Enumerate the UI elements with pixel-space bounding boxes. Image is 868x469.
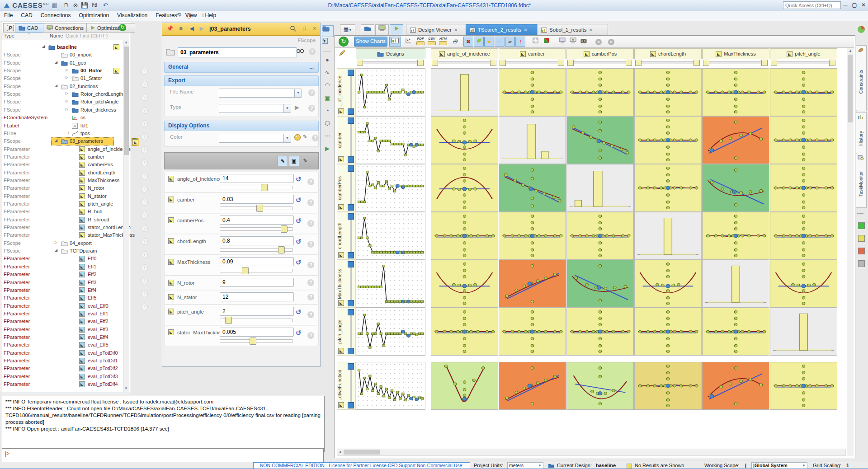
side-tab-constraints[interactable]: Constraints xyxy=(856,45,867,111)
pin-icon[interactable]: 📌 xyxy=(166,25,174,33)
range-handle-bottom[interactable] xyxy=(348,204,354,211)
matrix-cell-0-4[interactable] xyxy=(702,68,769,116)
forward-icon[interactable]: ▶ xyxy=(198,25,206,33)
matrix-row-label-chordLength[interactable]: chordLength xyxy=(337,212,356,260)
matrix-cell-0-5[interactable] xyxy=(770,68,837,116)
matrix-cell-6-1[interactable] xyxy=(499,362,566,410)
point-tool-icon[interactable]: ● xyxy=(322,55,333,66)
parameter-value-input[interactable] xyxy=(220,216,294,225)
matrix-cell-5-2[interactable] xyxy=(566,308,634,356)
menu-cad[interactable]: CAD xyxy=(17,11,36,20)
global-system-select[interactable]: |Global System▼ xyxy=(751,462,807,469)
tree-row[interactable]: FParametereval_pTotDif0 xyxy=(1,349,122,357)
tree-row[interactable]: FScope◢01_geo xyxy=(1,59,122,67)
message-log[interactable]: *** INFO Temporary non-commercial float … xyxy=(2,396,325,452)
parameter-slider-thumb[interactable] xyxy=(225,317,232,324)
designs-chart-cell[interactable] xyxy=(356,308,425,356)
parameter-value-input[interactable] xyxy=(220,236,294,245)
export-pdf-button[interactable]: PDF xyxy=(415,37,425,46)
tree-row[interactable]: FLine+tpos xyxy=(1,130,122,137)
matrix-cell-5-4[interactable] xyxy=(702,308,769,356)
matrix-cell-1-1[interactable] xyxy=(499,116,566,164)
scene-tool-icon[interactable]: ▣ xyxy=(322,93,333,104)
reset-value-icon[interactable]: ↺ xyxy=(296,196,302,204)
parameter-value-input[interactable] xyxy=(220,307,294,316)
show-3d-icon[interactable] xyxy=(113,68,119,74)
monitor-2-icon[interactable] xyxy=(567,37,578,47)
tree-row[interactable]: FScope▷Rotor_thickness xyxy=(1,106,122,114)
matrix-cell-2-4[interactable] xyxy=(702,164,769,212)
matrix-cell-4-5[interactable] xyxy=(770,260,837,308)
help-icon[interactable]: ? xyxy=(307,279,314,286)
matrix-row-label-MaxThickness[interactable]: MaxThickness xyxy=(337,260,356,308)
results-tab-design viewer[interactable]: Design Viewer✕ xyxy=(406,24,471,36)
matrix-cell-0-1[interactable] xyxy=(499,68,566,116)
help-icon[interactable]: ? xyxy=(312,135,319,141)
reset-value-icon[interactable]: ↺ xyxy=(296,238,302,246)
results-tab-sobol_1_results[interactable]: Sobol_1_results✕ xyxy=(537,24,608,36)
parameter-value-input[interactable] xyxy=(220,292,294,301)
close-editor-icon[interactable]: ✕ xyxy=(311,25,319,33)
help-icon[interactable]: ? xyxy=(307,332,314,339)
table-view-icon[interactable] xyxy=(530,37,540,47)
more-tools-icon[interactable]: ⋯ xyxy=(322,131,333,142)
matrix-cell-6-3[interactable] xyxy=(634,362,702,410)
close-tab-icon[interactable]: ✕ xyxy=(589,28,592,33)
palette-icon[interactable] xyxy=(294,133,302,141)
close-tab-icon[interactable]: ✕ xyxy=(524,28,527,33)
show-3d-icon[interactable] xyxy=(113,44,119,50)
column-range-slider[interactable] xyxy=(566,59,633,66)
side-tab-taskmonitor[interactable]: TaskMonitor xyxy=(856,153,867,208)
side-tab-history[interactable]: History xyxy=(856,112,867,157)
reset-value-icon[interactable]: ↺ xyxy=(296,217,302,225)
matrix-vertical-scrollbar[interactable]: ▲ xyxy=(847,48,854,456)
general-more-button[interactable]: ... xyxy=(309,64,314,70)
help-icon[interactable]: ? xyxy=(307,199,314,206)
range-handle-bottom[interactable] xyxy=(348,402,354,408)
matrix-cell-4-3[interactable] xyxy=(634,260,702,308)
range-handle-bottom[interactable] xyxy=(348,108,354,115)
matrix-column-header-MaxThickness[interactable]: MaxThickness xyxy=(702,48,769,59)
design-viewer-icon[interactable] xyxy=(389,37,401,47)
clear-2-icon[interactable]: ✕ xyxy=(606,37,616,47)
range-handle-top[interactable] xyxy=(348,70,354,76)
tree-row[interactable]: FParameterR_hub xyxy=(1,208,122,216)
matrix-column-header-camber[interactable]: camber xyxy=(499,48,566,59)
matrix-cell-3-2[interactable] xyxy=(566,212,634,260)
designs-range-slider[interactable] xyxy=(356,59,425,66)
tree-row[interactable]: FLabelAlbl1 xyxy=(1,122,122,130)
matrix-cell-5-1[interactable] xyxy=(499,308,566,356)
matrix-cell-3-1[interactable] xyxy=(499,212,566,260)
window-layout-icon[interactable]: ▥ xyxy=(51,2,59,9)
results-tab-tsearch_2_results[interactable]: TSearch_2_results✕ xyxy=(466,24,542,36)
matrix-column-header-camberPos[interactable]: camberPos xyxy=(566,48,634,59)
tree-row[interactable]: FParametereval_Eff1 xyxy=(1,310,122,318)
tree-row[interactable]: FParametercamber xyxy=(1,153,122,161)
run-view-button[interactable] xyxy=(390,24,403,35)
tree-row[interactable]: FParameterangle_of_incidence xyxy=(1,145,122,153)
copy-icon[interactable]: 🗗 xyxy=(451,37,461,47)
run-export-icon[interactable]: ▶ xyxy=(295,104,299,111)
back-icon[interactable]: ◀ xyxy=(188,25,196,33)
matrix-cell-2-3[interactable] xyxy=(634,164,702,212)
general-section-header[interactable]: General... xyxy=(164,62,319,73)
tree-row[interactable]: FParametereval_Eff0 xyxy=(1,302,122,310)
reset-value-icon[interactable]: ↺ xyxy=(296,308,302,316)
tree-row[interactable]: FParameterEff3 xyxy=(1,279,122,286)
show-geometry-icon[interactable] xyxy=(474,37,484,47)
matrix-cell-5-3[interactable] xyxy=(634,308,702,356)
more-options-icon[interactable]: ⋯ xyxy=(495,37,505,47)
matrix-row-label-camber[interactable]: camber xyxy=(337,116,356,164)
parameter-slider-thumb[interactable] xyxy=(281,225,288,233)
help-icon[interactable]: ? xyxy=(307,220,314,227)
matrix-cell-5-5[interactable] xyxy=(770,308,837,356)
designs-column-header[interactable]: Designs xyxy=(356,48,425,59)
type-combo[interactable]: ▼ xyxy=(219,104,291,113)
frame-select-button[interactable]: ▣ xyxy=(289,156,299,166)
matrix-cell-1-5[interactable] xyxy=(770,116,837,164)
show-charts-button[interactable]: Show Charts xyxy=(354,37,387,47)
range-handle-top[interactable] xyxy=(348,117,354,124)
detach-icon[interactable]: ▯ xyxy=(301,25,309,33)
close-project-icon[interactable]: ⊗ xyxy=(71,2,80,9)
matrix-cell-4-1[interactable] xyxy=(499,260,566,308)
